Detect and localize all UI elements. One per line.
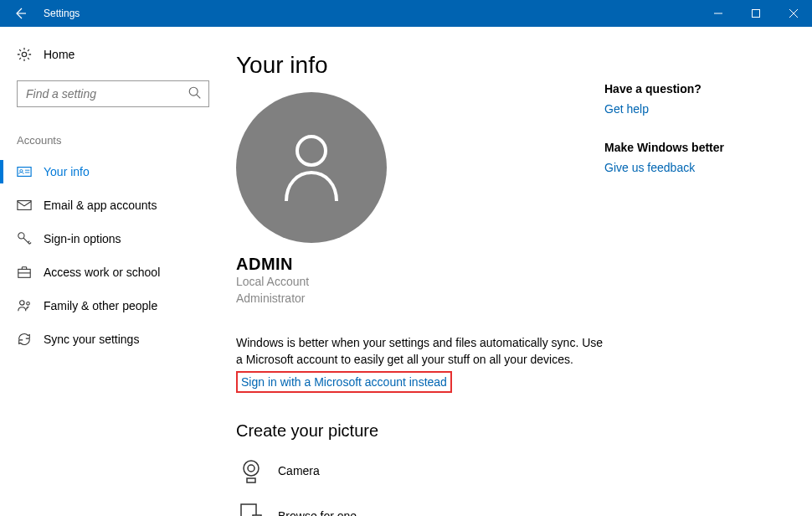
picture-heading: Create your picture — [236, 421, 604, 441]
maximize-icon — [752, 9, 760, 18]
minimize-icon — [714, 9, 722, 18]
sidebar-item-family[interactable]: Family & other people — [0, 289, 226, 322]
briefcase-icon — [17, 265, 32, 280]
signin-microsoft-link[interactable]: Sign in with a Microsoft account instead — [241, 375, 447, 389]
svg-point-18 — [244, 461, 259, 476]
sidebar-item-work-school[interactable]: Access work or school — [0, 255, 226, 289]
svg-point-16 — [27, 302, 30, 306]
account-type: Local Account — [236, 274, 604, 291]
sync-description: Windows is better when your settings and… — [236, 335, 604, 368]
sidebar-item-label: Family & other people — [44, 299, 157, 312]
sidebar-item-label: Sign-in options — [44, 232, 121, 245]
svg-rect-21 — [241, 504, 256, 516]
svg-line-6 — [197, 95, 201, 99]
sidebar-item-signin[interactable]: Sign-in options — [0, 222, 226, 255]
username: ADMIN — [236, 255, 604, 274]
browse-label: Browse for one — [278, 509, 357, 516]
home-button[interactable]: Home — [0, 40, 226, 69]
browse-button[interactable]: Browse for one — [236, 501, 604, 516]
main: Your info ADMIN Local Account Administra… — [226, 27, 812, 516]
get-help-link[interactable]: Get help — [604, 102, 772, 116]
svg-point-4 — [22, 52, 26, 56]
feedback-heading: Make Windows better — [604, 141, 772, 154]
question-heading: Have a question? — [604, 82, 772, 95]
maximize-button[interactable] — [737, 0, 774, 27]
arrow-left-icon — [13, 7, 27, 20]
feedback-link[interactable]: Give us feedback — [604, 161, 772, 174]
search-icon — [188, 85, 203, 101]
close-icon — [789, 9, 798, 18]
svg-point-5 — [189, 87, 198, 95]
gear-icon — [17, 47, 32, 62]
window-title: Settings — [40, 8, 80, 19]
page-title: Your info — [236, 52, 604, 79]
person-icon — [278, 130, 345, 205]
device-icon — [240, 503, 262, 516]
highlight-box: Sign in with a Microsoft account instead — [236, 371, 452, 393]
svg-point-12 — [18, 233, 24, 239]
mail-icon — [17, 198, 32, 213]
svg-rect-11 — [18, 201, 31, 210]
account-role: Administrator — [236, 291, 604, 307]
sidebar-item-label: Email & app accounts — [44, 199, 157, 212]
svg-rect-1 — [752, 10, 759, 18]
id-card-icon — [17, 164, 32, 179]
svg-point-15 — [20, 301, 24, 305]
sidebar-item-label: Sync your settings — [44, 333, 139, 346]
sync-icon — [17, 332, 32, 347]
right-column: Have a question? Get help Make Windows b… — [604, 52, 772, 516]
sidebar: Home Accounts Your info Email & app acco… — [0, 27, 226, 516]
svg-point-17 — [297, 137, 326, 165]
close-button[interactable] — [774, 0, 812, 27]
people-icon — [17, 298, 32, 313]
sidebar-item-your-info[interactable]: Your info — [0, 155, 226, 188]
window-controls — [699, 0, 812, 27]
minimize-button[interactable] — [699, 0, 737, 27]
avatar — [236, 92, 387, 243]
back-button[interactable] — [0, 0, 40, 27]
sidebar-item-label: Access work or school — [44, 266, 160, 279]
svg-point-19 — [248, 465, 254, 472]
camera-button[interactable]: Camera — [236, 456, 604, 486]
search-input[interactable] — [17, 80, 209, 107]
key-icon — [17, 231, 32, 246]
camera-label: Camera — [278, 464, 320, 477]
svg-rect-7 — [18, 168, 31, 177]
titlebar: Settings — [0, 0, 812, 27]
sidebar-item-label: Your info — [44, 165, 90, 178]
sidebar-item-sync[interactable]: Sync your settings — [0, 322, 226, 356]
camera-icon — [239, 458, 264, 483]
section-label: Accounts — [0, 119, 226, 155]
search-wrap — [17, 80, 209, 107]
home-label: Home — [44, 48, 75, 61]
sidebar-item-email[interactable]: Email & app accounts — [0, 188, 226, 222]
svg-rect-20 — [247, 478, 255, 482]
